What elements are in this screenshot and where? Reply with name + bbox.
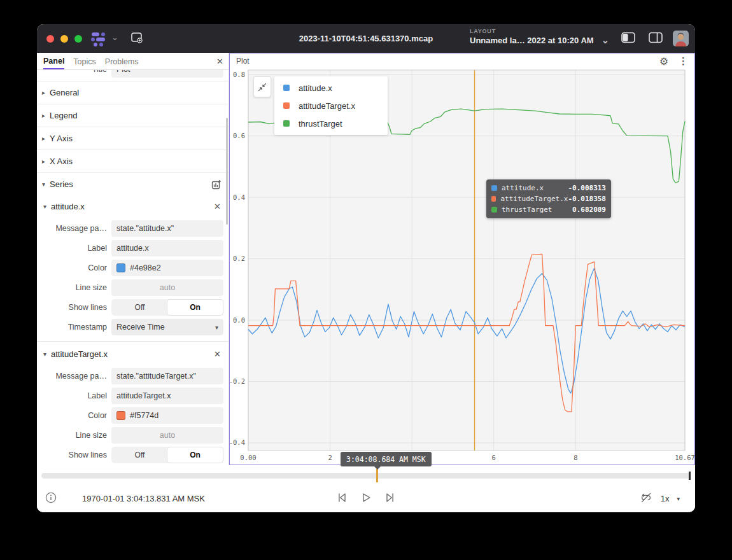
expanded-triangle-icon: ▾ <box>42 181 50 188</box>
remove-series-icon[interactable]: ✕ <box>214 202 221 211</box>
speed-chevron-icon[interactable]: ▾ <box>677 496 680 502</box>
svg-text:6: 6 <box>492 454 496 461</box>
svg-text:0.2: 0.2 <box>233 255 245 262</box>
svg-text:-0.2: -0.2 <box>229 377 245 385</box>
timestamp-label: Timestamp <box>37 323 111 332</box>
line-size-input[interactable]: auto <box>111 279 223 296</box>
chevron-down-icon: ▾ <box>215 324 218 331</box>
color-input[interactable]: #f5774d <box>111 407 223 424</box>
sidebar-tabs: Panel Topics Problems ✕ <box>37 53 229 70</box>
collapsed-triangle-icon: ▸ <box>42 89 50 96</box>
collapse-legend-button[interactable] <box>253 76 271 97</box>
legend-swatch <box>283 102 290 109</box>
legend-item[interactable]: attitudeTarget.x <box>274 97 388 115</box>
legend-item[interactable]: thrustTarget <box>274 115 388 132</box>
current-timestamp[interactable]: 1970-01-01 3:04:13.831 AM MSK <box>82 494 205 503</box>
line-size-input[interactable]: auto <box>111 427 223 444</box>
layout-chevron-icon: ⌄ <box>602 35 609 45</box>
hover-value-tooltip: attitude.x -0.008313 attitudeTarget.x -0… <box>486 179 611 218</box>
collapsed-triangle-icon: ▸ <box>42 135 50 142</box>
color-label: Color <box>37 263 111 272</box>
plot-panel[interactable]: Plot ⚙ ⋮ 0.80.60.40.20.0-0.2-0.40.002468… <box>229 53 695 465</box>
app-window: ⌄ 2023-11-10T04:51:45.631370.mcap LAYOUT… <box>37 24 695 512</box>
label-input[interactable]: attitudeTarget.x <box>111 388 223 404</box>
svg-text:0.00: 0.00 <box>240 454 256 461</box>
remove-series-icon[interactable]: ✕ <box>214 349 221 359</box>
show-lines-toggle: Off On <box>111 447 223 463</box>
label-input[interactable]: attitude.x <box>111 240 223 256</box>
minimize-window-button[interactable] <box>60 35 68 43</box>
color-input[interactable]: #4e98e2 <box>111 260 223 276</box>
message-path-input[interactable]: state."attitudeTarget.x" <box>111 368 223 384</box>
tab-panel[interactable]: Panel <box>43 53 64 69</box>
color-swatch[interactable] <box>116 263 125 272</box>
message-path-input[interactable]: state."attitude.x" <box>111 220 223 237</box>
left-sidebar-toggle-button[interactable] <box>621 31 636 46</box>
tab-topics[interactable]: Topics <box>73 54 95 69</box>
tab-problems[interactable]: Problems <box>105 54 139 69</box>
info-icon[interactable] <box>45 492 57 506</box>
section-general[interactable]: ▸ General <box>37 81 229 104</box>
section-series[interactable]: ▾ Series <box>37 172 229 195</box>
layout-name: Unnamed la… 2022 at 10:20 AM <box>470 36 594 45</box>
foxglove-logo-icon[interactable] <box>91 31 108 46</box>
series-header[interactable]: ▾ attitude.x ✕ <box>37 195 229 217</box>
series-swatch <box>491 207 497 213</box>
timestamp-select[interactable]: Receive Time ▾ <box>111 319 223 335</box>
kebab-menu-icon[interactable]: ⋮ <box>679 55 688 67</box>
play-button[interactable] <box>359 491 373 507</box>
new-window-icon[interactable] <box>130 31 144 46</box>
right-sidebar-toggle-button[interactable] <box>648 31 663 46</box>
show-lines-on-button[interactable]: On <box>167 447 223 463</box>
section-legend[interactable]: ▸ Legend <box>37 104 229 127</box>
plot-legend: attitude.x attitudeTarget.x thrustTarget <box>274 76 388 135</box>
line-size-label: Line size <box>37 283 111 292</box>
loop-off-icon[interactable] <box>639 491 653 507</box>
label-label: Label <box>37 244 111 253</box>
collapsed-triangle-icon: ▸ <box>42 158 50 165</box>
label-label: Label <box>37 391 111 400</box>
series-header[interactable]: ▾ attitudeTarget.x ✕ <box>37 343 229 365</box>
show-lines-on-button[interactable]: On <box>167 300 223 315</box>
svg-text:-0.4: -0.4 <box>229 438 245 446</box>
show-lines-off-button[interactable]: Off <box>112 447 167 463</box>
scrubber-time-tooltip: 3:04:08.684 AM MSK <box>341 452 432 466</box>
layout-selector[interactable]: LAYOUT Unnamed la… 2022 at 10:20 AM ⌄ <box>470 28 609 46</box>
message-path-label: Message pa… <box>37 372 111 381</box>
svg-text:10.67: 10.67 <box>675 454 695 461</box>
gear-icon[interactable]: ⚙ <box>659 55 668 67</box>
legend-swatch <box>283 120 290 127</box>
seek-forward-button[interactable] <box>383 491 397 507</box>
line-size-label: Line size <box>37 431 111 440</box>
user-avatar[interactable] <box>673 31 689 46</box>
show-lines-toggle: Off On <box>111 299 223 316</box>
title-setting-input[interactable]: Plot <box>111 70 223 78</box>
close-sidebar-icon[interactable]: ✕ <box>216 57 223 66</box>
timeline-scrubber[interactable] <box>41 473 691 479</box>
plot-panel-header: Plot ⚙ ⋮ <box>230 53 694 69</box>
settings-sidebar: Panel Topics Problems ✕ Title Plot ▸ Gen… <box>37 53 229 465</box>
close-window-button[interactable] <box>46 35 54 43</box>
series-swatch <box>491 185 497 191</box>
show-lines-off-button[interactable]: Off <box>112 300 167 315</box>
series-swatch <box>491 196 496 202</box>
panel-title: Plot <box>236 57 659 66</box>
sidebar-scrollbar[interactable] <box>226 118 228 225</box>
title-setting-row-clipped: Title Plot <box>37 70 229 78</box>
app-menu-chevron-icon[interactable]: ⌄ <box>111 32 118 42</box>
svg-text:8: 8 <box>574 454 577 461</box>
svg-text:0.4: 0.4 <box>233 193 245 201</box>
seek-backward-button[interactable] <box>335 491 349 507</box>
section-x-axis[interactable]: ▸ X Axis <box>37 150 229 172</box>
zoom-window-button[interactable] <box>74 35 82 43</box>
message-path-label: Message pa… <box>37 224 111 233</box>
section-y-axis[interactable]: ▸ Y Axis <box>37 127 229 150</box>
add-series-icon[interactable] <box>211 179 222 192</box>
svg-text:2: 2 <box>328 454 332 461</box>
playback-speed[interactable]: 1x <box>661 494 670 503</box>
legend-item[interactable]: attitude.x <box>274 79 388 97</box>
color-swatch[interactable] <box>116 411 125 420</box>
playback-bar: 3:04:08.684 AM MSK 1970-01-01 3:04:13.83… <box>37 465 695 512</box>
expanded-triangle-icon: ▾ <box>43 351 51 358</box>
tooltip-row: attitudeTarget.x -0.018358 <box>491 193 606 204</box>
